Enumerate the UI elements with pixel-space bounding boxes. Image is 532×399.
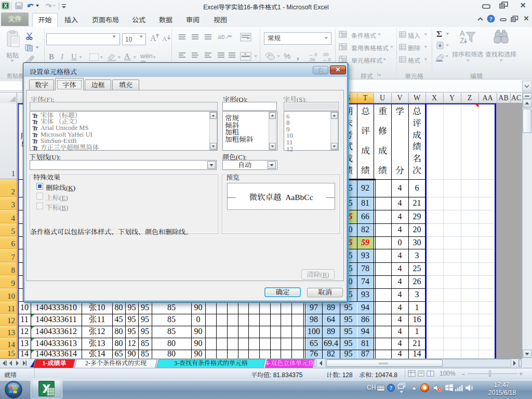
svg-text:Z: Z [460,36,464,45]
svg-text:X: X [4,3,7,9]
svg-text:A: A [162,35,167,43]
svg-text:?: ? [390,385,392,391]
svg-text:?: ? [489,16,493,22]
svg-text:A: A [150,34,156,43]
